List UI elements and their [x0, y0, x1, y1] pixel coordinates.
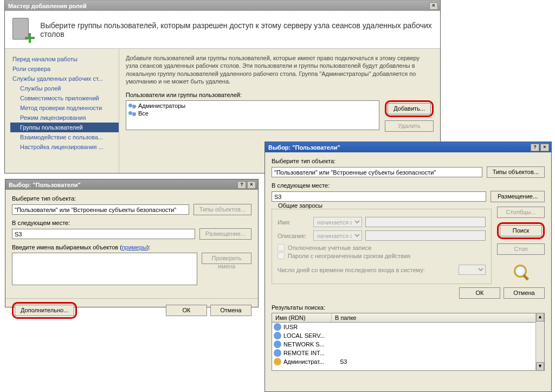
common-queries-group: Общие запросы Имя: начинается с Описание…: [272, 209, 492, 284]
ok-button[interactable]: ОК: [459, 287, 500, 299]
list-item[interactable]: Все: [127, 110, 378, 117]
cancel-button[interactable]: Отмена: [210, 305, 251, 316]
col-name[interactable]: Имя (RDN): [272, 313, 332, 322]
list-item-label: Администраторы: [138, 102, 185, 109]
locations-button[interactable]: Размещение...: [491, 191, 545, 202]
select-users-dialog-2: Выбор: "Пользователи" ? × Выберите тип о…: [264, 142, 552, 392]
step-role-services[interactable]: Службы ролей: [10, 83, 119, 93]
search-button[interactable]: Поиск: [500, 225, 542, 236]
results-header: Имя (RDN) В папке: [272, 313, 545, 322]
step-licensing-mode[interactable]: Режим лицензирования: [10, 113, 119, 123]
select-users-dialog-1: Выбор: "Пользователи" ? × Выберите тип о…: [5, 179, 259, 307]
user-icon: [274, 332, 281, 339]
user-icon: [274, 349, 281, 357]
scroll-up-icon[interactable]: ▲: [536, 313, 544, 322]
step-licensing-config[interactable]: Настройка лицензирования ...: [10, 142, 119, 152]
results-label: Результаты поиска:: [272, 304, 545, 311]
name-filter-label: Имя:: [278, 219, 310, 226]
objtype-label: Выберите тип объекта:: [272, 158, 545, 164]
step-user-groups[interactable]: Группы пользователей: [10, 123, 119, 132]
wizard-description: Добавьте пользователей или группы пользо…: [126, 54, 434, 85]
help-icon[interactable]: ?: [237, 181, 246, 189]
result-folder: S3: [340, 358, 347, 365]
desc-filter-label: Описание:: [278, 233, 310, 239]
days-since-logon-select[interactable]: [459, 265, 486, 275]
user-icon: [274, 358, 281, 365]
wizard-titlebar[interactable]: Мастер добавления ролей ×: [5, 1, 440, 11]
disabled-accounts-label: Отключенные учетные записи: [288, 245, 371, 251]
names-label: Введите имена выбираемых объектов (приме…: [12, 244, 251, 250]
name-filter-mode[interactable]: начинается с: [313, 217, 362, 227]
objtype-field: [272, 167, 482, 177]
location-label: В следующем месте:: [272, 182, 545, 189]
no-pw-expire-label: Пароли с неограниченным сроком действия: [288, 253, 410, 259]
close-icon[interactable]: ×: [540, 144, 549, 151]
wizard-heading: Выберите группы пользователей, которым р…: [40, 21, 435, 38]
object-types-button[interactable]: Типы объектов...: [193, 204, 251, 215]
step-before[interactable]: Перед началом работы: [10, 54, 119, 64]
add-button[interactable]: Добавить...: [388, 103, 431, 114]
user-icon: [274, 340, 281, 348]
help-icon[interactable]: ?: [531, 144, 539, 151]
disabled-accounts-checkbox[interactable]: [278, 244, 285, 251]
dialog2-titlebar[interactable]: Выбор: "Пользователи" ? ×: [265, 142, 551, 152]
server-add-icon: [10, 17, 35, 43]
list-item-label: Все: [138, 110, 149, 117]
search-icon: [512, 264, 530, 279]
stop-button[interactable]: Стоп: [497, 243, 545, 255]
close-icon[interactable]: ×: [429, 2, 438, 10]
wizard-header: Выберите группы пользователей, которым р…: [5, 11, 440, 49]
dialog2-title: Выбор: "Пользователи": [267, 144, 531, 151]
no-pw-expire-checkbox[interactable]: [278, 252, 285, 259]
object-names-input[interactable]: [12, 253, 197, 285]
scroll-down-icon[interactable]: ▼: [536, 362, 544, 371]
location-field: [272, 191, 486, 202]
step-rds[interactable]: Службы удаленных рабочих ст...: [10, 74, 119, 83]
step-auth-method[interactable]: Метод проверки подлинности: [10, 103, 119, 113]
dialog1-title: Выбор: "Пользователи": [8, 182, 237, 188]
name-filter-input[interactable]: [365, 217, 486, 227]
highlight-search: Поиск: [497, 222, 545, 239]
step-user-interaction[interactable]: Взаимодействие с пользова...: [10, 132, 119, 142]
result-row[interactable]: REMOTE INT...: [272, 349, 544, 357]
col-folder[interactable]: В папке: [332, 313, 544, 322]
desc-filter-mode[interactable]: начинается с: [313, 230, 362, 241]
objtype-label: Выберите тип объекта:: [12, 195, 251, 202]
examples-link[interactable]: примеры: [122, 244, 147, 250]
names-label-pre: Введите имена выбираемых объектов (: [12, 244, 122, 250]
step-roles[interactable]: Роли сервера: [10, 64, 119, 74]
list-item[interactable]: Администраторы: [127, 102, 378, 110]
result-row[interactable]: LOCAL SERV...: [272, 331, 544, 340]
location-field: [12, 229, 195, 239]
names-label-post: ):: [147, 244, 151, 250]
desc-filter-input[interactable]: [365, 230, 486, 241]
result-name: LOCAL SERV...: [283, 332, 338, 339]
results-listbox[interactable]: IUSR LOCAL SERV... NETWORK S... REMOTE I…: [272, 322, 545, 371]
common-queries-title: Общие запросы: [276, 202, 325, 209]
result-row[interactable]: NETWORK S...: [272, 340, 544, 349]
result-name: Администрат...: [283, 358, 338, 365]
result-row[interactable]: Администрат...S3: [272, 357, 544, 366]
user-icon: [274, 323, 281, 331]
highlight-advanced: Дополнительно...: [12, 302, 77, 319]
location-label: В следующем месте:: [12, 220, 251, 226]
ok-button[interactable]: ОК: [166, 305, 207, 316]
columns-button[interactable]: Столбцы...: [497, 207, 545, 218]
object-types-button[interactable]: Типы объектов...: [487, 166, 545, 178]
result-name: NETWORK S...: [283, 341, 338, 348]
check-names-button[interactable]: Проверить имена: [202, 253, 251, 264]
remove-button[interactable]: Удалить: [385, 120, 434, 132]
user-group-listbox[interactable]: Администраторы Все: [126, 100, 379, 130]
close-icon[interactable]: ×: [247, 181, 256, 189]
locations-button[interactable]: Размещение...: [199, 228, 251, 240]
days-since-logon-label: Число дней со времени последнего входа в…: [278, 267, 455, 273]
results-scrollbar[interactable]: ▲ ▼: [535, 313, 544, 371]
objtype-field: [12, 204, 189, 215]
cancel-button[interactable]: Отмена: [504, 287, 545, 299]
result-row[interactable]: IUSR: [272, 323, 544, 331]
advanced-button[interactable]: Дополнительно...: [15, 305, 74, 316]
dialog1-titlebar[interactable]: Выбор: "Пользователи" ? ×: [5, 179, 258, 190]
group-icon: [128, 102, 136, 109]
step-app-compat[interactable]: Совместимость приложений: [10, 93, 119, 103]
wizard-title: Мастер добавления ролей: [7, 3, 429, 9]
